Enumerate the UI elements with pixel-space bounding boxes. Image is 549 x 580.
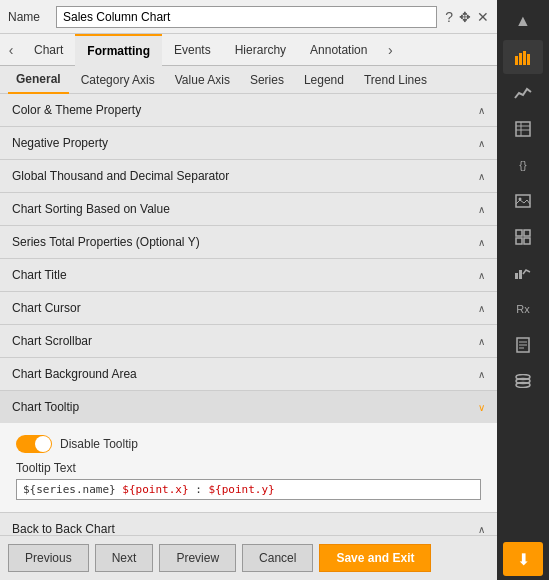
save-and-exit-button[interactable]: Save and Exit: [319, 544, 431, 572]
accordion-separator-header[interactable]: Global Thousand and Decimal Separator ∧: [0, 160, 497, 192]
accordion-chart-cursor-header[interactable]: Chart Cursor ∧: [0, 292, 497, 324]
subtab-category-axis[interactable]: Category Axis: [73, 66, 163, 94]
accordion-sorting-header[interactable]: Chart Sorting Based on Value ∧: [0, 193, 497, 225]
accordion-series-total-header[interactable]: Series Total Properties (Optional Y) ∧: [0, 226, 497, 258]
tab-hierarchy[interactable]: Hierarchy: [223, 34, 298, 66]
accordion-chart-cursor: Chart Cursor ∧: [0, 292, 497, 325]
accordion-color-theme: Color & Theme Property ∧: [0, 94, 497, 127]
chevron-icon: ∧: [478, 204, 485, 215]
disable-tooltip-toggle[interactable]: [16, 435, 52, 453]
accordion-negative-label: Negative Property: [12, 136, 108, 150]
accordion-sorting-label: Chart Sorting Based on Value: [12, 202, 170, 216]
accordion-back-to-back: Back to Back Chart ∧: [0, 513, 497, 535]
accordion-chart-title-header[interactable]: Chart Title ∧: [0, 259, 497, 291]
chevron-icon: ∧: [478, 336, 485, 347]
sidebar-download-icon[interactable]: ⬇: [503, 542, 543, 576]
accordion-chart-cursor-label: Chart Cursor: [12, 301, 81, 315]
tooltip-point-x: ${point.x}: [122, 483, 188, 496]
accordion-separator: Global Thousand and Decimal Separator ∧: [0, 160, 497, 193]
subtab-series[interactable]: Series: [242, 66, 292, 94]
chevron-icon: ∧: [478, 105, 485, 116]
accordion-series-total: Series Total Properties (Optional Y) ∧: [0, 226, 497, 259]
sidebar-grid-icon[interactable]: [503, 220, 543, 254]
tab-chart[interactable]: Chart: [22, 34, 75, 66]
tooltip-text-label: Tooltip Text: [16, 461, 481, 475]
subtab-trend-lines[interactable]: Trend Lines: [356, 66, 435, 94]
accordion-back-to-back-header[interactable]: Back to Back Chart ∧: [0, 513, 497, 535]
chevron-icon: ∧: [478, 138, 485, 149]
sidebar-code-icon[interactable]: {}: [503, 148, 543, 182]
subtab-value-axis[interactable]: Value Axis: [167, 66, 238, 94]
svg-point-22: [516, 383, 530, 388]
tooltip-separator: :: [189, 483, 209, 496]
chevron-icon: ∧: [478, 270, 485, 281]
tab-events[interactable]: Events: [162, 34, 223, 66]
move-icon[interactable]: ✥: [459, 9, 471, 25]
accordion-negative: Negative Property ∧: [0, 127, 497, 160]
chevron-icon: ∧: [478, 524, 485, 535]
sub-tab-bar: General Category Axis Value Axis Series …: [0, 66, 497, 94]
disable-tooltip-label: Disable Tooltip: [60, 437, 138, 451]
tooltip-point-y: ${point.y}: [208, 483, 274, 496]
tab-annotation[interactable]: Annotation: [298, 34, 379, 66]
accordion-background-area: Chart Background Area ∧: [0, 358, 497, 391]
accordion-list: Color & Theme Property ∧ Negative Proper…: [0, 94, 497, 535]
subtab-general[interactable]: General: [8, 66, 69, 94]
svg-rect-4: [516, 122, 530, 136]
svg-rect-14: [515, 273, 518, 279]
title-icon-group: ? ✥ ✕: [445, 9, 489, 25]
accordion-chart-scrollbar-header[interactable]: Chart Scrollbar ∧: [0, 325, 497, 357]
title-bar: Name ? ✥ ✕: [0, 0, 497, 34]
sidebar-arrow-icon[interactable]: ▲: [503, 4, 543, 38]
subtab-legend[interactable]: Legend: [296, 66, 352, 94]
accordion-chart-tooltip-label: Chart Tooltip: [12, 400, 79, 414]
next-button[interactable]: Next: [95, 544, 154, 572]
sidebar-combo-chart-icon[interactable]: [503, 256, 543, 290]
cancel-button[interactable]: Cancel: [242, 544, 313, 572]
accordion-chart-scrollbar: Chart Scrollbar ∧: [0, 325, 497, 358]
sidebar-layers-icon[interactable]: [503, 364, 543, 398]
disable-tooltip-row: Disable Tooltip: [16, 435, 481, 453]
svg-rect-3: [527, 54, 530, 65]
accordion-back-to-back-label: Back to Back Chart: [12, 522, 115, 535]
svg-rect-13: [524, 238, 530, 244]
chevron-icon: ∧: [478, 303, 485, 314]
svg-rect-10: [516, 230, 522, 236]
accordion-background-area-header[interactable]: Chart Background Area ∧: [0, 358, 497, 390]
tab-bar: ‹ Chart Formatting Events Hierarchy Anno…: [0, 34, 497, 66]
sidebar-doc-icon[interactable]: [503, 328, 543, 362]
name-label: Name: [8, 10, 48, 24]
tab-prev-arrow[interactable]: ‹: [0, 34, 22, 66]
right-sidebar: ▲ {}: [497, 0, 549, 580]
preview-button[interactable]: Preview: [159, 544, 236, 572]
tooltip-series-name: ${series.name}: [23, 483, 122, 496]
chevron-icon: ∧: [478, 171, 485, 182]
tab-formatting[interactable]: Formatting: [75, 34, 162, 66]
svg-rect-0: [515, 56, 518, 65]
accordion-background-area-label: Chart Background Area: [12, 367, 137, 381]
help-icon[interactable]: ?: [445, 9, 453, 25]
sidebar-line-chart-icon[interactable]: [503, 76, 543, 110]
chevron-icon: ∧: [478, 369, 485, 380]
accordion-chart-title-label: Chart Title: [12, 268, 67, 282]
tooltip-value-box[interactable]: ${series.name} ${point.x} : ${point.y}: [16, 479, 481, 500]
svg-rect-1: [519, 53, 522, 65]
chevron-icon: ∧: [478, 237, 485, 248]
accordion-negative-header[interactable]: Negative Property ∧: [0, 127, 497, 159]
accordion-chart-tooltip-header[interactable]: Chart Tooltip ∨: [0, 391, 497, 423]
tab-next-arrow[interactable]: ›: [379, 34, 401, 66]
bottom-bar: Previous Next Preview Cancel Save and Ex…: [0, 535, 497, 580]
previous-button[interactable]: Previous: [8, 544, 89, 572]
chevron-down-icon: ∨: [478, 402, 485, 413]
sidebar-rx-icon[interactable]: Rx: [503, 292, 543, 326]
close-icon[interactable]: ✕: [477, 9, 489, 25]
accordion-chart-tooltip-content: Disable Tooltip Tooltip Text ${series.na…: [0, 423, 497, 512]
title-input[interactable]: [56, 6, 437, 28]
accordion-chart-tooltip: Chart Tooltip ∨ Disable Tooltip Tooltip …: [0, 391, 497, 513]
sidebar-image-icon[interactable]: [503, 184, 543, 218]
accordion-color-theme-header[interactable]: Color & Theme Property ∧: [0, 94, 497, 126]
svg-rect-2: [523, 51, 526, 65]
sidebar-table-icon[interactable]: [503, 112, 543, 146]
tooltip-text-group: Tooltip Text ${series.name} ${point.x} :…: [16, 461, 481, 500]
sidebar-chart-icon[interactable]: [503, 40, 543, 74]
